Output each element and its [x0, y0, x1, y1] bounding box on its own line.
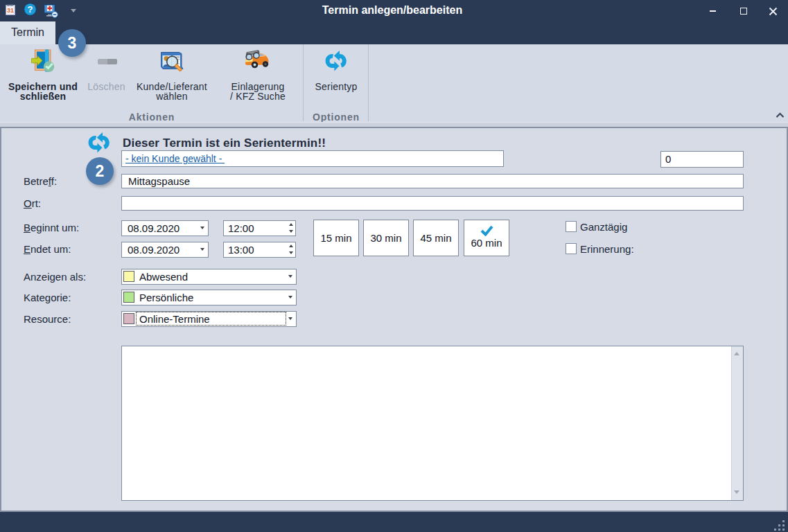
svg-text:?: ? [28, 4, 33, 15]
svg-text:31: 31 [7, 7, 14, 14]
